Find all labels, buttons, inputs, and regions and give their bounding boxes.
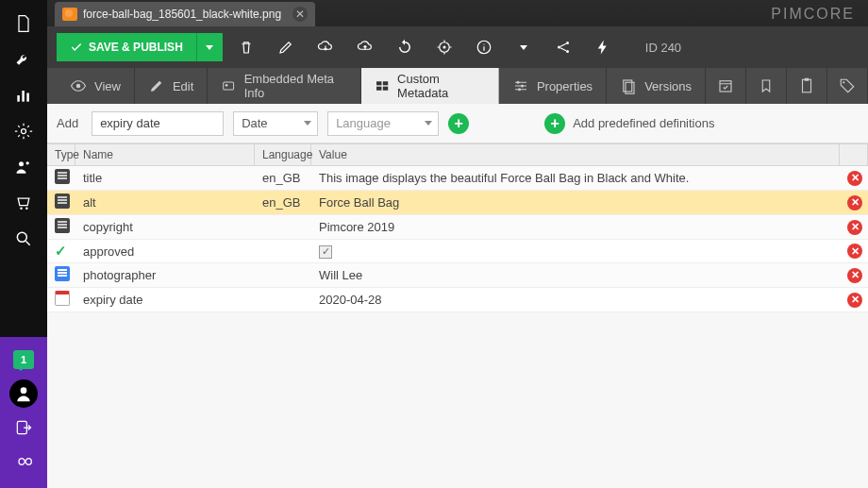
sidebar-infinity-icon[interactable] — [0, 445, 47, 479]
cell-value: This image displays the beautiful Force … — [319, 171, 689, 185]
target-icon[interactable] — [428, 33, 460, 61]
tab-edit[interactable]: Edit — [135, 68, 208, 104]
rename-icon[interactable] — [270, 33, 302, 61]
delete-row-icon[interactable]: ✕ — [847, 293, 862, 308]
sidebar-logout-icon[interactable] — [0, 411, 47, 445]
sidebar-tools-icon[interactable] — [0, 42, 47, 77]
cloud-download-icon[interactable] — [309, 33, 342, 61]
svg-point-13 — [442, 46, 445, 49]
sidebar-notifications-icon[interactable]: 1 — [0, 343, 47, 377]
reload-icon[interactable] — [389, 33, 421, 61]
metadata-type-select[interactable]: Date — [233, 111, 318, 136]
delete-row-icon[interactable]: ✕ — [847, 268, 862, 283]
col-header-name[interactable]: Name — [75, 144, 255, 165]
table-row[interactable]: copyrightPimcore 2019✕ — [47, 215, 868, 240]
tab-schedule-icon[interactable] — [706, 68, 746, 104]
table-row[interactable]: expiry date2020-04-28✕ — [47, 288, 868, 312]
table-row[interactable]: alten_GBForce Ball Bag✕ — [47, 191, 868, 215]
tab-properties[interactable]: Properties — [499, 68, 607, 104]
bolt-icon[interactable] — [587, 33, 619, 61]
svg-rect-21 — [224, 82, 234, 90]
svg-point-7 — [25, 208, 28, 210]
document-tab-bar: force-ball-bag_185601_black-white.png ✕ — [47, 0, 868, 26]
custom-metadata-panel: Add Date Language + + Add predefined def… — [47, 104, 868, 488]
tab-view[interactable]: View — [57, 68, 135, 104]
tab-tags-icon[interactable] — [827, 68, 868, 104]
table-row[interactable]: titleen_GBThis image displays the beauti… — [47, 166, 868, 191]
grid-header: Type Name Language Value — [47, 143, 868, 166]
sidebar-settings-icon[interactable] — [0, 113, 47, 149]
sidebar-reports-icon[interactable] — [0, 77, 47, 113]
svg-point-6 — [20, 208, 23, 210]
main-toolbar: SAVE & PUBLISH ID 240 — [47, 26, 868, 68]
save-publish-dropdown[interactable] — [196, 33, 223, 61]
metadata-language-select[interactable]: Language — [327, 111, 439, 136]
svg-point-28 — [521, 85, 524, 88]
type-input-icon — [55, 218, 70, 233]
add-metadata-button[interactable]: + — [448, 113, 469, 134]
delete-row-icon[interactable]: ✕ — [847, 244, 862, 259]
add-predefined-button[interactable]: + Add predefined definitions — [544, 113, 714, 134]
col-header-value[interactable]: Value — [311, 144, 840, 165]
table-row[interactable]: photographerWill Lee✕ — [47, 263, 868, 288]
sidebar-search-icon[interactable] — [0, 221, 47, 257]
delete-icon[interactable] — [230, 33, 262, 61]
cell-name: alt — [83, 195, 96, 210]
save-publish-label: SAVE & PUBLISH — [89, 41, 183, 54]
checkbox-checked[interactable]: ✓ — [319, 245, 332, 259]
svg-point-27 — [516, 81, 519, 84]
delete-row-icon[interactable]: ✕ — [847, 220, 862, 235]
svg-point-16 — [483, 43, 484, 44]
cell-name: copyright — [83, 220, 133, 234]
delete-row-icon[interactable]: ✕ — [847, 171, 862, 186]
svg-point-20 — [76, 84, 81, 89]
svg-rect-26 — [383, 87, 388, 91]
plus-icon: + — [544, 113, 565, 134]
tab-notes-icon[interactable] — [787, 68, 827, 104]
tab-bookmark-icon[interactable] — [746, 68, 787, 104]
tab-custom-label: Custom Metadata — [397, 72, 485, 100]
save-publish-button[interactable]: SAVE & PUBLISH — [57, 33, 223, 61]
sidebar-users-icon[interactable] — [0, 149, 47, 185]
close-tab-icon[interactable]: ✕ — [292, 7, 308, 22]
tab-view-label: View — [94, 79, 121, 93]
svg-rect-33 — [803, 79, 811, 93]
table-row[interactable]: ✓approved✓✕ — [47, 240, 868, 263]
cloud-upload-icon[interactable] — [349, 33, 381, 61]
sidebar-files-icon[interactable] — [0, 6, 47, 42]
metadata-name-input[interactable] — [92, 111, 224, 136]
toolbar-more-dropdown[interactable] — [508, 33, 540, 61]
caret-down-icon — [304, 121, 311, 126]
asset-subtabs: View Edit Embedded Meta Info Custom Meta… — [47, 68, 868, 104]
tab-edit-label: Edit — [173, 79, 193, 93]
cell-name: title — [83, 171, 102, 185]
image-file-icon — [62, 8, 77, 21]
tab-versions[interactable]: Versions — [607, 68, 706, 104]
share-icon[interactable] — [547, 33, 579, 61]
col-header-language[interactable]: Language — [255, 144, 311, 165]
svg-point-4 — [19, 161, 24, 166]
svg-rect-23 — [376, 81, 381, 85]
svg-point-10 — [21, 387, 27, 394]
col-header-type[interactable]: Type — [47, 144, 75, 165]
cell-value: 2020-04-28 — [319, 293, 382, 307]
app-sidebar: 1 — [0, 0, 47, 488]
info-icon[interactable] — [468, 33, 500, 61]
add-metadata-row: Add Date Language + + Add predefined def… — [47, 104, 868, 143]
svg-point-29 — [518, 88, 521, 91]
svg-point-8 — [17, 232, 26, 242]
document-tab-title: force-ball-bag_185601_black-white.png — [83, 8, 281, 21]
svg-rect-24 — [383, 81, 388, 85]
tab-versions-label: Versions — [644, 79, 692, 93]
svg-rect-0 — [17, 95, 20, 102]
svg-point-18 — [566, 42, 569, 44]
delete-row-icon[interactable]: ✕ — [847, 195, 862, 210]
cell-language: en_GB — [262, 171, 300, 185]
sidebar-ecommerce-icon[interactable] — [0, 185, 47, 221]
add-label: Add — [57, 116, 78, 130]
document-tab[interactable]: force-ball-bag_185601_black-white.png ✕ — [55, 2, 315, 26]
caret-down-icon — [520, 45, 527, 50]
sidebar-user-icon[interactable] — [0, 377, 47, 411]
tab-custom-metadata[interactable]: Custom Metadata — [361, 68, 499, 104]
tab-embedded-meta[interactable]: Embedded Meta Info — [208, 68, 360, 104]
